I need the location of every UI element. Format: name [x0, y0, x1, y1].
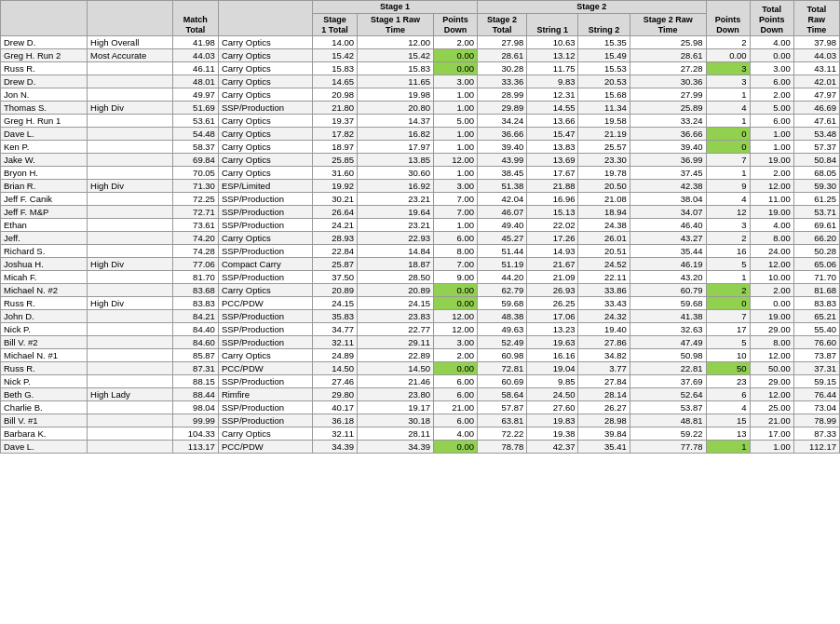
table-cell: 34.77 [312, 323, 357, 336]
table-cell: 0.00 [433, 284, 477, 297]
table-cell: 19.98 [358, 88, 434, 102]
table-cell: 6.00 [433, 232, 477, 245]
table-cell: Richard S. [1, 245, 88, 258]
table-cell: 24.00 [750, 245, 793, 258]
table-cell: 24.38 [578, 219, 630, 232]
table-cell: 38.04 [630, 193, 706, 206]
table-cell: Russ R. [1, 62, 88, 75]
table-cell: SSP/Production [218, 206, 312, 219]
table-cell: 6.00 [433, 388, 477, 401]
table-cell: 72.22 [478, 427, 527, 441]
table-cell: 14.37 [358, 115, 434, 128]
table-cell: John D. [1, 310, 88, 323]
table-cell: 14.93 [527, 245, 578, 258]
table-cell: 35.41 [578, 441, 630, 454]
table-cell: 25.57 [578, 141, 630, 154]
table-cell: 9.00 [433, 271, 477, 284]
table-cell: 73.61 [172, 219, 218, 232]
table-cell: 34.24 [478, 115, 527, 128]
table-cell: 34.39 [312, 441, 357, 454]
table-cell: 0.00 [433, 297, 477, 310]
table-cell: 17.06 [527, 310, 578, 323]
table-cell: 4 [706, 401, 750, 414]
table-cell: 50 [706, 362, 750, 375]
table-cell [88, 141, 173, 154]
table-cell: 16.92 [358, 180, 434, 193]
table-cell: 19.92 [312, 180, 357, 193]
table-cell: Carry Optics [218, 88, 312, 102]
table-cell: 22.93 [358, 232, 434, 245]
table-row: John D.84.21SSP/Production35.8323.8312.0… [1, 310, 840, 323]
table-cell: Dave L. [1, 441, 88, 454]
table-cell: 29.00 [750, 375, 793, 388]
table-cell: 1.00 [433, 88, 477, 102]
table-cell: Most Accurate [88, 49, 173, 62]
table-row: Nick P.88.15SSP/Production27.4621.466.00… [1, 375, 840, 388]
table-cell [88, 401, 173, 414]
table-cell [88, 441, 173, 454]
table-cell: 3 [706, 62, 750, 75]
table-cell: 73.87 [793, 349, 839, 362]
table-cell: 37.50 [312, 271, 357, 284]
table-cell [88, 323, 173, 336]
table-cell: 32.63 [630, 323, 706, 336]
table-cell: 52.49 [478, 336, 527, 349]
table-cell: Dave L. [1, 128, 88, 141]
table-cell: 4.00 [750, 36, 793, 49]
table-cell: SSP/Production [218, 310, 312, 323]
table-cell: 20.50 [578, 180, 630, 193]
string2-header: String 2 [578, 13, 630, 36]
table-cell: 0.00 [750, 297, 793, 310]
table-cell: SSP/Production [218, 375, 312, 388]
stage1-total-header: Stage1 Total [312, 13, 357, 36]
table-cell: 81.70 [172, 271, 218, 284]
table-cell: 19.37 [312, 115, 357, 128]
table-cell: 36.99 [630, 154, 706, 167]
table-cell: Jon N. [1, 88, 88, 102]
table-cell: 21.67 [527, 258, 578, 271]
stage1-raw-header: Stage 1 RawTime [358, 13, 434, 36]
table-cell: 58.64 [478, 388, 527, 401]
table-cell: 21.19 [578, 128, 630, 141]
table-cell: 15.83 [312, 62, 357, 75]
table-cell: 6.00 [433, 414, 477, 427]
table-cell: 5 [706, 258, 750, 271]
table-cell: 18.87 [358, 258, 434, 271]
table-cell: 12.00 [433, 310, 477, 323]
table-cell: 59.15 [793, 375, 839, 388]
table-cell: 59.30 [793, 180, 839, 193]
table-cell: 0 [706, 141, 750, 154]
table-cell: 51.69 [172, 102, 218, 115]
table-cell: 10.00 [750, 271, 793, 284]
table-cell: Michael N. #1 [1, 349, 88, 362]
table-cell: Compact Carry [218, 258, 312, 271]
table-cell: 0.00 [750, 49, 793, 62]
table-cell [88, 88, 173, 102]
table-cell: 16.16 [527, 349, 578, 362]
table-row: Jeff F. Canik72.25SSP/Production30.2123.… [1, 193, 840, 206]
table-cell: 52.64 [630, 388, 706, 401]
table-cell: 9.83 [527, 75, 578, 88]
col-name-header [1, 1, 88, 36]
col-match-header: MatchTotal [172, 1, 218, 36]
table-row: Russ R.High Div83.83PCC/PDW24.1524.150.0… [1, 297, 840, 310]
table-cell: 98.04 [172, 401, 218, 414]
table-cell: Greg H. Run 1 [1, 115, 88, 128]
table-row: Michael N. #283.68Carry Optics20.8920.89… [1, 284, 840, 297]
table-cell: 81.68 [793, 284, 839, 297]
table-cell: 18.94 [578, 206, 630, 219]
table-cell: 1 [706, 88, 750, 102]
table-cell: 3 [706, 219, 750, 232]
table-cell: 71.70 [793, 271, 839, 284]
table-cell: 24.32 [578, 310, 630, 323]
table-cell: 15.53 [578, 62, 630, 75]
table-cell: 19.00 [750, 310, 793, 323]
table-cell: 2 [706, 284, 750, 297]
table-cell: 28.98 [578, 414, 630, 427]
table-cell: 12.00 [433, 323, 477, 336]
table-cell: 30.21 [312, 193, 357, 206]
table-cell: 27.98 [478, 36, 527, 49]
table-cell: 72.71 [172, 206, 218, 219]
table-cell: 65.21 [793, 310, 839, 323]
table-cell: 19.17 [358, 401, 434, 414]
